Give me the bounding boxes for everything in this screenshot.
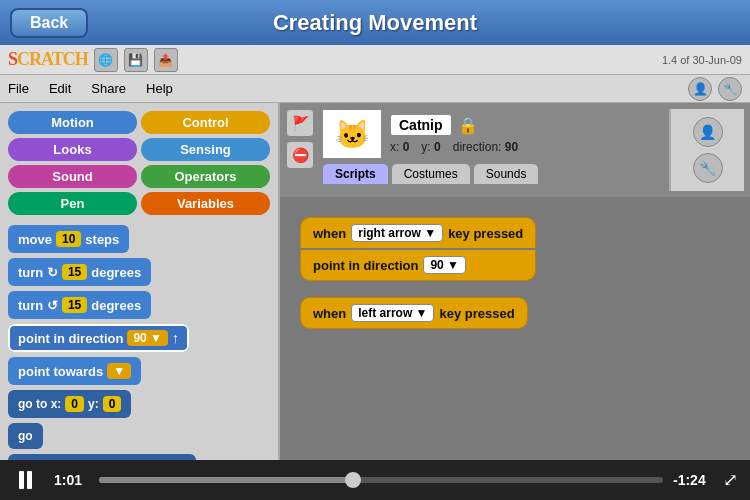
block-goto-y: 0 [103, 396, 122, 412]
block-point-towards-dropdown[interactable]: ▼ [107, 363, 131, 379]
sprite-dir-label: direction: 90 [453, 140, 518, 154]
cat-sensing[interactable]: Sensing [141, 138, 270, 161]
script-group-2[interactable]: when left arrow ▼ key pressed [300, 297, 528, 331]
cat-control[interactable]: Control [141, 111, 270, 134]
block-point-towards-label: point towards [18, 364, 103, 379]
block-goto[interactable]: go to x: 0 y: 0 [8, 390, 131, 418]
back-button[interactable]: Back [10, 8, 88, 38]
block-point-towards[interactable]: point towards ▼ [8, 357, 141, 385]
menu-share[interactable]: Share [91, 81, 126, 96]
cat-looks[interactable]: Looks [8, 138, 137, 161]
menu-file[interactable]: File [8, 81, 29, 96]
scratch-topbar: SCRATCH 🌐 💾 📤 1.4 of 30-Jun-09 [0, 45, 750, 75]
top-bar: Back Creating Movement [0, 0, 750, 45]
tab-scripts[interactable]: Scripts [322, 163, 389, 185]
script-direction-value[interactable]: 90 ▼ [423, 256, 466, 274]
categories: Motion Control Looks Sensing Sound Opera… [8, 111, 270, 215]
sprite-x-label: x: 0 [390, 140, 409, 154]
block-turn-right-suffix: degrees [91, 265, 141, 280]
block-goto-label: go to x: [18, 397, 61, 411]
block-go-partial-label: go [18, 429, 33, 443]
pause-bar-left [19, 471, 24, 489]
block-list: move 10 steps turn ↻ 15 degrees turn ↺ 1… [8, 225, 270, 460]
right-panel: 🚩 ⛔ 🐱 Catnip 🔒 [280, 103, 750, 460]
save-icon[interactable]: 💾 [124, 48, 148, 72]
block-turn-left[interactable]: turn ↺ 15 degrees [8, 291, 151, 319]
script-right-arrow-dropdown[interactable]: right arrow ▼ [351, 224, 443, 242]
scratch-menubar: File Edit Share Help 👤 🔧 [0, 75, 750, 103]
scratch-main: Motion Control Looks Sensing Sound Opera… [0, 103, 750, 460]
block-point-direction[interactable]: point in direction 90 ▼ ↑ [8, 324, 189, 352]
script-point-direction[interactable]: point in direction 90 ▼ [300, 250, 536, 281]
user-profile-icon[interactable]: 👤 [693, 117, 723, 147]
time-current: 1:01 [54, 472, 89, 488]
cat-pen[interactable]: Pen [8, 192, 137, 215]
scratch-logo: SCRATCH [8, 49, 88, 70]
block-go-partial[interactable]: go [8, 423, 43, 449]
pause-icon [19, 471, 37, 489]
sprite-emoji: 🐱 [335, 118, 370, 151]
sprite-name-box: Catnip [390, 114, 452, 136]
block-turn-left-label: turn ↺ [18, 298, 58, 313]
wrench-icon[interactable]: 🔧 [718, 77, 742, 101]
green-flag-btn[interactable]: 🚩 [286, 109, 314, 137]
block-move-value: 10 [56, 231, 81, 247]
globe-icon[interactable]: 🌐 [94, 48, 118, 72]
tab-costumes[interactable]: Costumes [391, 163, 471, 185]
progress-bar-fill [99, 477, 353, 483]
scratch-version: 1.4 of 30-Jun-09 [662, 54, 742, 66]
script-when-label: when [313, 226, 346, 241]
pause-bar-right [27, 471, 32, 489]
menu-edit[interactable]: Edit [49, 81, 71, 96]
script-group-1[interactable]: when right arrow ▼ key pressed point in … [300, 217, 536, 283]
cat-motion[interactable]: Motion [8, 111, 137, 134]
stage-controls: 🚩 ⛔ [286, 109, 314, 191]
cat-operators[interactable]: Operators [141, 165, 270, 188]
blocks-panel: Motion Control Looks Sensing Sound Opera… [0, 103, 280, 460]
block-glide[interactable]: glide 1 secs to x: 0 y: 0 [8, 454, 196, 460]
progress-bar[interactable] [99, 477, 663, 483]
cat-variables[interactable]: Variables [141, 192, 270, 215]
cursor-indicator: ↑ [172, 330, 179, 346]
script-key-pressed2-label: key pressed [439, 306, 514, 321]
progress-knob[interactable] [345, 472, 361, 488]
control-bar: 1:01 -1:24 ⤢ [0, 460, 750, 500]
block-point-dir-dropdown[interactable]: 90 ▼ [127, 330, 168, 346]
user-icon[interactable]: 👤 [688, 77, 712, 101]
block-turn-left-value: 15 [62, 297, 87, 313]
script-when2-label: when [313, 306, 346, 321]
block-move-label: move [18, 232, 52, 247]
script-event-right[interactable]: when right arrow ▼ key pressed [300, 217, 536, 248]
tab-sounds[interactable]: Sounds [473, 163, 540, 185]
block-goto-y-label: y: [88, 397, 99, 411]
sprite-coords: x: 0 y: 0 direction: 90 [390, 140, 518, 154]
sprite-tabs: Scripts Costumes Sounds [322, 163, 661, 185]
sprite-info: 🐱 Catnip 🔒 x: 0 y: 0 direction: 90 [322, 109, 661, 191]
script-left-arrow-dropdown[interactable]: left arrow ▼ [351, 304, 434, 322]
scripts-area[interactable]: when right arrow ▼ key pressed point in … [280, 197, 750, 460]
sprite-header: 🐱 Catnip 🔒 x: 0 y: 0 direction: 90 [322, 109, 661, 159]
stage-area: 🚩 ⛔ 🐱 Catnip 🔒 [280, 103, 750, 197]
fullscreen-button[interactable]: ⤢ [723, 469, 738, 491]
play-pause-button[interactable] [12, 464, 44, 496]
script-key-pressed-label: key pressed [448, 226, 523, 241]
block-turn-right-label: turn ↻ [18, 265, 58, 280]
cat-sound[interactable]: Sound [8, 165, 137, 188]
script-event-left[interactable]: when left arrow ▼ key pressed [300, 297, 528, 329]
script-point-dir-label: point in direction [313, 258, 418, 273]
menu-help[interactable]: Help [146, 81, 173, 96]
scratch-area: SCRATCH 🌐 💾 📤 1.4 of 30-Jun-09 File Edit… [0, 45, 750, 460]
lock-icon: 🔒 [458, 116, 478, 135]
stop-btn[interactable]: ⛔ [286, 141, 314, 169]
block-move-suffix: steps [85, 232, 119, 247]
sprite-y-label: y: 0 [421, 140, 440, 154]
settings-icon[interactable]: 🔧 [693, 153, 723, 183]
scratch-toolbar-icons: 🌐 💾 📤 [94, 48, 178, 72]
block-goto-x: 0 [65, 396, 84, 412]
block-point-dir-label: point in direction [18, 331, 123, 346]
block-move[interactable]: move 10 steps [8, 225, 129, 253]
block-turn-right[interactable]: turn ↻ 15 degrees [8, 258, 151, 286]
page-title: Creating Movement [273, 10, 477, 36]
time-remaining: -1:24 [673, 472, 713, 488]
share-icon[interactable]: 📤 [154, 48, 178, 72]
